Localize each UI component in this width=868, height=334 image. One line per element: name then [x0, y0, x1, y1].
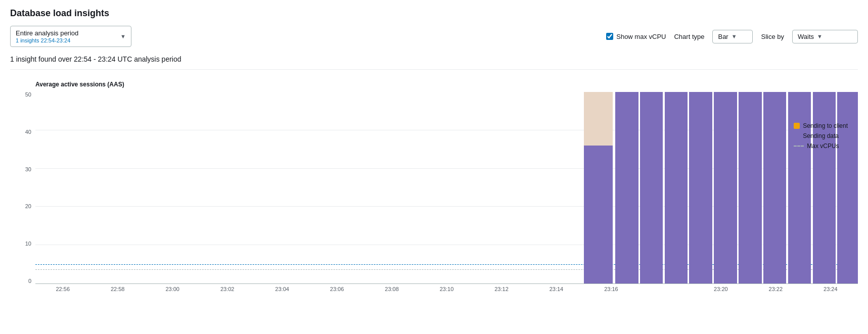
y-tick-0: 0: [28, 278, 31, 284]
legend-item-sending-to-client: Sending to client: [794, 122, 848, 129]
y-tick-40: 40: [25, 129, 31, 135]
bar-2321: [763, 92, 787, 283]
chart-type-label: Chart type: [674, 33, 704, 40]
page-container: Database load insights Entire analysis p…: [0, 0, 868, 334]
x-tick-2308: 23:08: [364, 286, 419, 292]
show-max-vcpu-checkbox[interactable]: [606, 33, 613, 40]
bar-2316: [640, 92, 663, 283]
x-tick-2304: 23:04: [255, 286, 309, 292]
show-max-vcpu-label: Show max vCPU: [616, 33, 666, 40]
y-tick-10: 10: [25, 241, 31, 247]
bar-2322: [788, 92, 811, 283]
slice-by-value: Waits: [798, 33, 814, 40]
controls-row: Entire analysis period 1 insights 22:54-…: [10, 26, 858, 47]
chart-area: 0 10 20 30 40 50 4.89: [10, 92, 858, 284]
x-tick-2314: 23:14: [529, 286, 583, 292]
x-tick-2312: 23:12: [474, 286, 529, 292]
show-max-vcpu: Show max vCPU: [606, 33, 666, 40]
chart-type-dropdown[interactable]: Bar ▼: [712, 30, 753, 43]
bar-2315: [615, 92, 638, 283]
legend-color-sending-data: [794, 133, 800, 139]
bar-2319: [714, 92, 737, 283]
bar-2323: [813, 92, 836, 283]
period-name: Entire analysis period: [16, 29, 116, 37]
period-select[interactable]: Entire analysis period 1 insights 22:54-…: [10, 26, 131, 47]
x-tick-2300: 23:00: [145, 286, 200, 292]
period-sub: 1 insights 22:54-23:24: [16, 37, 116, 43]
x-tick-2256: 22:56: [35, 286, 90, 292]
y-tick-50: 50: [25, 92, 31, 98]
chart-container: Average active sessions (AAS) 0 10 20 30…: [10, 76, 858, 292]
legend: Sending to client Sending data Max vCPUs: [794, 122, 848, 150]
bar-2317: [665, 92, 688, 283]
x-axis: 22:56 22:58 23:00 23:02 23:04 23:06 23:0…: [35, 286, 858, 292]
y-tick-20: 20: [25, 204, 31, 209]
legend-label-max-vcpus: Max vCPUs: [807, 142, 839, 150]
x-tick-2306: 23:06: [309, 286, 364, 292]
legend-item-max-vcpus: Max vCPUs: [794, 142, 848, 150]
legend-color-sending-to-client: [794, 123, 800, 129]
bar-2318: [689, 92, 712, 283]
x-tick-2258: 22:58: [90, 286, 145, 292]
x-tick-2324: 23:24: [803, 286, 858, 292]
x-tick-2322: 23:22: [748, 286, 803, 292]
y-tick-30: 30: [25, 167, 31, 172]
x-tick-2302: 23:02: [200, 286, 254, 292]
legend-label-sending-data: Sending data: [803, 132, 839, 139]
bar-2314-data: [584, 146, 613, 283]
x-tick-2316: 23:16: [584, 286, 638, 292]
period-main: Entire analysis period 1 insights 22:54-…: [16, 29, 116, 43]
page-title: Database load insights: [10, 8, 858, 19]
x-tick-2318: [638, 286, 693, 292]
legend-dashed-line-max-vcpus: [794, 146, 804, 147]
slice-by-chevron-icon: ▼: [817, 33, 823, 39]
chart-y-label: Average active sessions (AAS): [35, 81, 858, 88]
bar-2324: [837, 92, 858, 283]
legend-label-sending-to-client: Sending to client: [803, 122, 848, 129]
chart-type-chevron-icon: ▼: [732, 33, 737, 39]
x-tick-2320: 23:20: [694, 286, 748, 292]
x-tick-2310: 23:10: [419, 286, 474, 292]
bar-2320: [739, 92, 762, 283]
insight-summary: 1 insight found over 22:54 - 23:24 UTC a…: [10, 55, 858, 70]
chart-plot: 4.89: [35, 92, 858, 284]
period-chevron-icon: ▼: [120, 33, 126, 39]
slice-by-dropdown[interactable]: Waits ▼: [792, 30, 858, 43]
slice-by-label: Slice by: [761, 33, 784, 40]
y-axis: 0 10 20 30 40 50: [10, 92, 35, 284]
legend-item-sending-data: Sending data: [794, 132, 848, 139]
chart-type-value: Bar: [718, 33, 728, 40]
